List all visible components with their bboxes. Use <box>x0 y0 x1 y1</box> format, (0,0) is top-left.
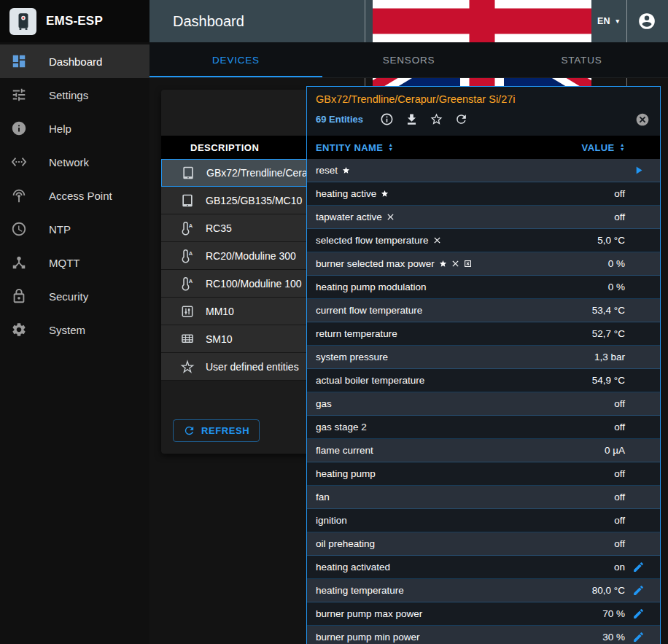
app-title: EMS-ESP <box>46 14 103 28</box>
entity-name: burner pump min power <box>316 632 602 643</box>
entity-value: off <box>614 538 625 549</box>
entity-row[interactable]: tapwater activeoff <box>307 206 660 229</box>
download-icon[interactable] <box>403 110 420 128</box>
sidebar-item-system[interactable]: System <box>0 313 149 346</box>
entity-value: 1,3 bar <box>594 352 625 362</box>
device-entities-panel: GBx72/Trendline/Cerapur/Greenstar Si/27i… <box>306 86 661 644</box>
sort-value-icon[interactable]: ▲▼ <box>620 143 625 152</box>
sidebar-item-help[interactable]: Help <box>0 112 149 145</box>
flag-fav-icon <box>439 260 447 268</box>
entity-name: system pressure <box>316 352 594 362</box>
refresh-icon <box>183 424 195 437</box>
sort-entity-name-icon[interactable]: ▲▼ <box>388 143 393 152</box>
entity-value: 0 µA <box>605 445 625 456</box>
sidebar-item-dashboard[interactable]: Dashboard <box>0 44 149 78</box>
boiler-device-icon <box>181 166 195 180</box>
entity-row[interactable]: heating temperature80,0 °C <box>307 579 660 602</box>
entity-row[interactable]: heating activeoff <box>307 182 660 206</box>
entity-row[interactable]: fanoff <box>307 486 660 509</box>
sidebar-item-label: Help <box>49 123 71 135</box>
edit-icon[interactable] <box>632 608 645 620</box>
entity-value: off <box>614 398 625 409</box>
sidebar-item-settings[interactable]: Settings <box>0 78 149 112</box>
entity-row[interactable]: heating activatedon <box>307 556 660 579</box>
entity-name: heating temperature <box>316 585 592 596</box>
solar-device-icon <box>180 332 195 346</box>
flag-ext-icon <box>464 260 472 268</box>
panel-tool-buttons <box>378 110 477 129</box>
entity-row[interactable]: burner pump max power70 % <box>307 602 660 626</box>
entity-row[interactable]: current flow temperature53,4 °C <box>307 299 660 322</box>
sidebar-item-security[interactable]: Security <box>0 279 149 313</box>
device-title: GBx72/Trendline/Cerapur/Greenstar Si/27i <box>316 93 651 105</box>
tune-icon <box>11 87 27 103</box>
entity-name: heating pump modulation <box>316 282 608 292</box>
sidebar-item-label: Network <box>49 156 89 168</box>
entity-row[interactable]: selected flow temperature5,0 °C <box>307 229 660 252</box>
sidebar-item-access-point[interactable]: Access Point <box>0 179 149 212</box>
entity-row[interactable]: actual boiler temperature54,9 °C <box>307 369 660 392</box>
account-icon[interactable] <box>637 12 656 31</box>
flag-fav-icon <box>342 166 350 174</box>
edit-icon[interactable] <box>632 584 645 597</box>
entity-action-cell <box>625 561 651 573</box>
svg-text:A: A <box>189 250 193 257</box>
entity-row[interactable]: burner selected max power0 % <box>307 252 660 276</box>
entity-row[interactable]: reset <box>307 159 660 182</box>
device-name: User defined entities <box>206 361 299 373</box>
entity-value: off <box>614 188 625 199</box>
sidebar-item-label: NTP <box>49 223 71 236</box>
entity-name: selected flow temperature <box>316 235 597 246</box>
entity-row[interactable]: system pressure1,3 bar <box>307 346 660 369</box>
tab-devices[interactable]: DEVICES <box>149 42 322 77</box>
dashboard-icon <box>11 53 27 69</box>
entity-row[interactable]: heating pumpoff <box>307 462 660 486</box>
device-name: RC20/Moduline 300 <box>206 250 296 262</box>
boiler-device-icon <box>180 193 195 208</box>
entity-action-cell <box>625 631 651 643</box>
edit-icon[interactable] <box>632 561 645 573</box>
wifi-icon <box>11 187 27 203</box>
entity-row[interactable]: ignitionoff <box>307 509 660 532</box>
tab-status[interactable]: STATUS <box>495 42 668 77</box>
flag-noedit-icon <box>387 213 395 221</box>
flag-fav-icon <box>381 190 389 198</box>
entity-name: return temperature <box>316 328 592 339</box>
tab-sensors[interactable]: SENSORS <box>322 42 495 77</box>
flag-noedit-icon <box>433 236 441 244</box>
entity-value: off <box>614 422 625 432</box>
entity-name: gas <box>316 398 614 409</box>
edit-icon[interactable] <box>632 631 645 643</box>
info-icon[interactable] <box>378 110 395 128</box>
refresh-button[interactable]: REFRESH <box>173 419 260 442</box>
sidebar-item-label: Dashboard <box>49 55 102 68</box>
entity-row[interactable]: burner pump min power30 % <box>307 626 660 644</box>
run-action-icon[interactable] <box>632 164 645 176</box>
entity-name: fan <box>316 492 614 503</box>
entity-row[interactable]: heating pump modulation0 % <box>307 276 660 299</box>
entity-name: current flow temperature <box>316 305 592 316</box>
device-name: RC35 <box>206 222 232 234</box>
entity-row[interactable]: flame current0 µA <box>307 439 660 462</box>
device-name: GB125/GB135/MC10 <box>206 195 302 206</box>
entity-table-header: ENTITY NAME ▲▼ VALUE ▲▼ <box>307 136 660 159</box>
star-icon[interactable] <box>427 110 445 128</box>
entity-row[interactable]: return temperature52,7 °C <box>307 322 660 346</box>
entity-name: gas stage 2 <box>316 422 614 432</box>
entity-name: ignition <box>316 515 614 526</box>
entity-row[interactable]: gas stage 2off <box>307 416 660 439</box>
sidebar-item-label: Access Point <box>49 190 112 202</box>
sidebar-item-ntp[interactable]: NTP <box>0 212 149 246</box>
sidebar-nav: DashboardSettingsHelpNetworkAccess Point… <box>0 42 149 346</box>
sidebar-item-network[interactable]: Network <box>0 145 149 179</box>
sidebar-item-mqtt[interactable]: MQTT <box>0 246 149 279</box>
entity-name: heating activated <box>316 562 614 573</box>
entity-name: oil preheating <box>316 538 614 549</box>
thermostat-device-icon: A <box>180 249 195 263</box>
entity-row[interactable]: oil preheatingoff <box>307 532 660 556</box>
refresh-icon[interactable] <box>452 110 470 128</box>
chevron-down-icon: ▾ <box>615 18 619 25</box>
close-icon[interactable] <box>635 112 651 128</box>
entity-name: tapwater active <box>316 212 614 222</box>
entity-row[interactable]: gasoff <box>307 392 660 416</box>
